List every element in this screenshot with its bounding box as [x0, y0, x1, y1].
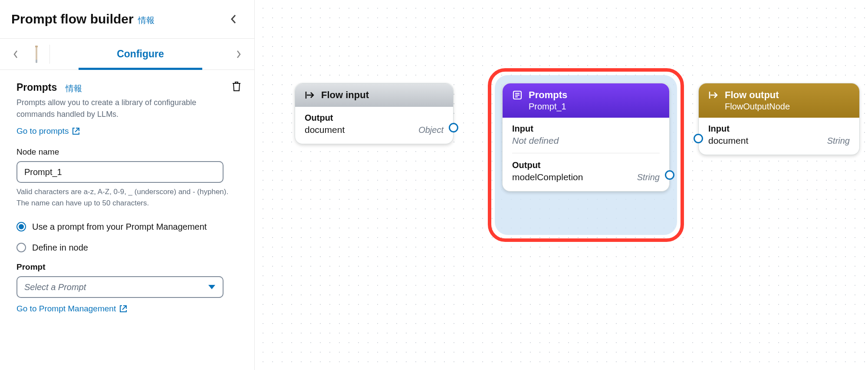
output-name: modelCompletion [512, 172, 583, 182]
node-body: Input document String [699, 118, 859, 155]
tab-icon-slot[interactable] [28, 44, 45, 64]
node-name-hint: Valid characters are a-z, A-Z, 0-9, _ (u… [16, 186, 229, 208]
divider [512, 153, 660, 153]
node-body: Output document Object [295, 107, 453, 144]
external-link-icon [72, 127, 80, 135]
input-section-label: Input [512, 124, 660, 134]
tab-configure[interactable]: Configure [54, 39, 227, 69]
output-port[interactable] [665, 170, 674, 180]
node-flow-input[interactable]: Flow input Output document Object [295, 83, 454, 144]
collapse-sidebar-button[interactable] [226, 11, 241, 27]
prompt-icon [512, 90, 523, 100]
select-placeholder: Select a Prompt [24, 282, 86, 292]
svg-rect-2 [36, 59, 37, 63]
flow-canvas[interactable]: Flow input Output document Object Prompt… [255, 0, 868, 370]
output-section-label: Output [512, 160, 660, 170]
output-row: modelCompletion String [512, 172, 660, 182]
radio-label: Define in node [32, 241, 88, 254]
svg-line-3 [75, 128, 79, 132]
caret-down-icon [208, 284, 216, 290]
node-title: Flow input [321, 89, 369, 101]
radio-define-in-node[interactable]: Define in node [16, 241, 241, 254]
node-name-input[interactable] [16, 161, 224, 183]
flow-output-icon [708, 90, 719, 100]
trash-icon [232, 81, 241, 92]
node-header[interactable]: Flow output FlowOutputNode [699, 83, 859, 118]
input-name: document [708, 135, 748, 146]
svg-line-5 [122, 306, 126, 310]
link-text: Go to Prompt Management [16, 304, 116, 314]
node-subtitle: FlowOutputNode [725, 102, 790, 112]
go-to-prompts-link[interactable]: Go to prompts [16, 126, 80, 136]
configure-panel: Prompts 情報 Prompts allow you to create a… [0, 70, 254, 322]
go-to-prompt-management-link[interactable]: Go to Prompt Management [16, 304, 127, 314]
output-section-label: Output [305, 113, 444, 123]
external-link-icon [119, 305, 127, 313]
svg-rect-1 [35, 46, 38, 47]
input-type: String [827, 136, 850, 146]
tab-next-button[interactable] [231, 44, 247, 64]
node-palette-icon [34, 45, 39, 64]
svg-marker-4 [208, 285, 215, 289]
chevron-left-icon [13, 50, 18, 59]
section-description: Prompts allow you to create a library of… [16, 97, 229, 120]
page-title: Prompt flow builder [11, 12, 134, 26]
prompt-select-label: Prompt [16, 262, 241, 272]
node-name-label: Node name [16, 147, 241, 157]
section-info-link[interactable]: 情報 [66, 83, 82, 94]
node-flow-output[interactable]: Flow output FlowOutputNode Input documen… [698, 83, 860, 155]
output-type: Object [418, 125, 444, 135]
radio-use-prompt-management[interactable]: Use a prompt from your Prompt Management [16, 221, 241, 233]
chevron-right-icon [236, 50, 241, 59]
prompt-source-radio-group: Use a prompt from your Prompt Management… [16, 221, 241, 254]
info-link[interactable]: 情報 [138, 15, 155, 26]
node-prompts[interactable]: Prompts Prompt_1 Input Not defined Outpu… [502, 83, 670, 192]
output-type: String [637, 172, 660, 182]
input-value: Not defined [512, 135, 660, 146]
prompt-select[interactable]: Select a Prompt [16, 276, 224, 298]
sidebar-header: Prompt flow builder 情報 [0, 0, 254, 39]
delete-node-button[interactable] [232, 81, 241, 93]
flow-input-icon [305, 90, 315, 100]
radio-label: Use a prompt from your Prompt Management [32, 221, 207, 233]
section-header: Prompts 情報 [16, 81, 241, 93]
link-text: Go to prompts [16, 126, 69, 136]
chevron-left-icon [230, 14, 237, 24]
radio-icon [16, 243, 26, 252]
input-port[interactable] [694, 134, 703, 143]
input-row: document String [708, 135, 850, 146]
output-row: document Object [305, 125, 444, 135]
output-name: document [305, 125, 345, 135]
section-title: Prompts [16, 82, 57, 93]
input-section-label: Input [708, 124, 850, 134]
node-header[interactable]: Prompts Prompt_1 [503, 83, 669, 118]
radio-icon [16, 222, 26, 231]
tab-label: Configure [117, 48, 164, 60]
output-port[interactable] [449, 123, 458, 132]
node-body: Input Not defined Output modelCompletion… [503, 118, 669, 191]
tab-prev-button[interactable] [8, 44, 23, 64]
node-subtitle: Prompt_1 [529, 102, 566, 112]
node-title: Flow output [725, 89, 779, 101]
sidebar: Prompt flow builder 情報 Configure [0, 0, 255, 370]
node-header[interactable]: Flow input [295, 83, 453, 107]
tab-separator [49, 45, 50, 64]
tab-row: Configure [0, 39, 254, 70]
node-title: Prompts [529, 89, 567, 101]
